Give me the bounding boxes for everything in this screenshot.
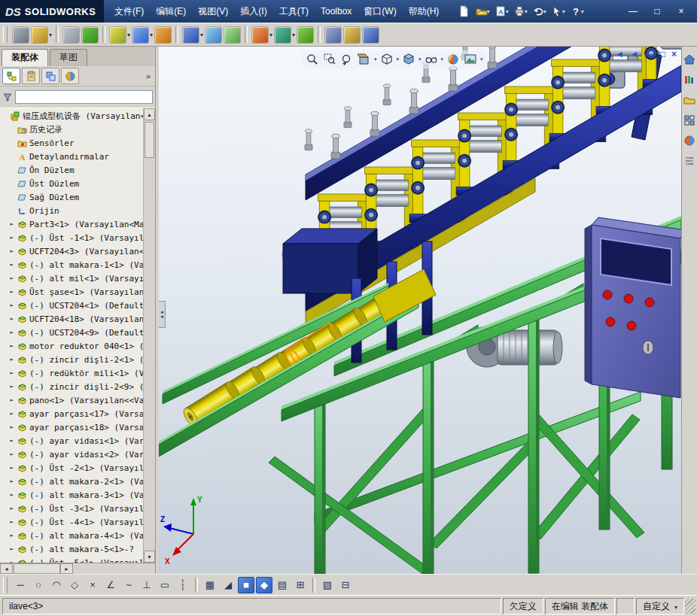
tree-item[interactable]: ►(-) Üst -5<1> (Varsayıla xyxy=(0,556,143,563)
dropdown-arrow-icon[interactable]: ▾ xyxy=(397,56,400,62)
centerline-tool-button[interactable]: ┆ xyxy=(175,577,191,593)
new-document-button[interactable] xyxy=(455,3,472,20)
dropdown-arrow-icon[interactable]: ▾ xyxy=(292,32,295,38)
tree-item[interactable]: ►(-) ayar vidası<1> (Vars xyxy=(0,434,143,448)
resize-grip[interactable] xyxy=(685,599,695,614)
feature-manager-tab[interactable] xyxy=(2,68,20,84)
sketch-fillet-tool-button[interactable]: ∠ xyxy=(102,577,119,593)
graphics-viewport[interactable]: Y Z X ▾▾▾▾▾ ◄◄—□× ◄◄ xyxy=(159,47,681,574)
rotate-component-button[interactable] xyxy=(224,26,241,44)
expand-arrow-icon[interactable]: ► xyxy=(8,235,15,241)
section-view-button[interactable] xyxy=(357,52,372,67)
dropdown-arrow-icon[interactable]: ▾ xyxy=(674,604,677,611)
edit-appearance-button[interactable] xyxy=(446,52,461,67)
new-motion-study-button[interactable] xyxy=(297,26,314,44)
polygon-tool-button[interactable]: ◇ xyxy=(66,577,83,593)
menu-view[interactable]: 视图(V) xyxy=(192,0,234,23)
design-library-button[interactable] xyxy=(683,73,696,86)
tree-item[interactable]: ►(-) zincir dişli-2<9> (V xyxy=(0,380,143,393)
view-orientation-button[interactable] xyxy=(379,52,394,67)
expand-arrow-icon[interactable]: ► xyxy=(8,221,15,227)
expand-arrow-icon[interactable]: ► xyxy=(8,424,15,430)
tree-item[interactable]: ►(-) Üst -4<1> (Varsayıla xyxy=(0,515,143,529)
filter-input[interactable] xyxy=(15,90,153,104)
expand-arrow-icon[interactable]: ► xyxy=(8,357,15,363)
panel-splitter-handle[interactable]: ◄◄ xyxy=(159,301,166,328)
solidworks-resources-button[interactable] xyxy=(683,53,696,66)
tree-item[interactable]: ►(-) alt makara-2<1> (Va xyxy=(0,475,143,488)
interference-detection-button[interactable] xyxy=(324,26,342,44)
expand-arrow-icon[interactable]: ► xyxy=(8,397,15,403)
dropdown-arrow-icon[interactable]: ▾ xyxy=(49,32,52,38)
assembly-features-button[interactable] xyxy=(251,26,269,44)
smart-fasteners-button[interactable] xyxy=(154,26,172,44)
tree-item[interactable]: ADetaylandırmalar xyxy=(0,150,143,163)
previous-window-button[interactable]: ◄ xyxy=(615,49,624,59)
rectangle-tool-button[interactable]: ▭ xyxy=(157,577,173,593)
chassis-box[interactable] xyxy=(283,229,377,293)
tree-item[interactable]: ►(-) alt makara-4<1> (Va xyxy=(0,529,143,542)
help-button[interactable]: ?▾ xyxy=(568,3,585,20)
move-component-button[interactable] xyxy=(205,26,222,44)
tree-item[interactable]: Ön Düzlem xyxy=(0,163,143,177)
tree-item[interactable]: ►(-) Üst -3<1> (Varsayıla xyxy=(0,502,143,515)
dropdown-arrow-icon[interactable]: ▾ xyxy=(525,8,528,15)
tree-item[interactable]: ►(-) Üst -2<1> (Varsayıla xyxy=(0,461,143,475)
appearances-scenes-button[interactable] xyxy=(683,134,696,147)
expand-arrow-icon[interactable]: ► xyxy=(8,438,15,444)
section-display-button[interactable]: ▧ xyxy=(319,577,336,593)
spline-tool-button[interactable]: ~ xyxy=(120,577,137,593)
measure-button[interactable] xyxy=(343,26,361,44)
tree-item[interactable]: ►Üst şase<1> (Varsayılan< xyxy=(0,285,143,299)
tree-item[interactable]: ►ayar parçası<18> (Varsay xyxy=(0,420,143,434)
doc-close-button[interactable]: × xyxy=(671,49,677,59)
dropdown-arrow-icon[interactable]: ▾ xyxy=(581,8,584,15)
scroll-down-icon[interactable]: ▼ xyxy=(144,551,155,563)
dropdown-arrow-icon[interactable]: ▾ xyxy=(150,32,153,38)
doc-minimize-button[interactable]: — xyxy=(645,49,654,59)
menu-help[interactable]: 帮助(H) xyxy=(403,0,446,23)
expand-arrow-icon[interactable]: ► xyxy=(8,262,15,268)
tree-item[interactable]: ►pano<1> (Varsayılan<<Var xyxy=(0,393,143,407)
circle-tool-button[interactable]: ○ xyxy=(30,577,47,593)
close-button[interactable]: × xyxy=(673,5,689,18)
tree-item[interactable]: ►(-) Üst -1<1> (Varsayıla xyxy=(0,231,143,244)
dropdown-arrow-icon[interactable]: ▾ xyxy=(487,8,490,15)
undo-button[interactable]: ▾ xyxy=(531,3,547,20)
property-manager-tab[interactable] xyxy=(22,68,40,84)
dropdown-arrow-icon[interactable]: ▾ xyxy=(374,56,377,62)
tree-item[interactable]: ►Part3<1> (Varsayılan<Mak xyxy=(0,217,143,231)
view-capture-button[interactable] xyxy=(12,26,29,44)
toolbar-grip[interactable] xyxy=(3,577,8,593)
hide-show-items-button[interactable] xyxy=(424,52,439,67)
dropdown-arrow-icon[interactable]: ▾ xyxy=(127,32,130,38)
tree-item[interactable]: ►(-) redüktör mili<1> (V: xyxy=(0,366,143,380)
expand-arrow-icon[interactable]: ► xyxy=(8,275,15,281)
component-preview-button[interactable] xyxy=(81,26,99,44)
tree-item[interactable]: 历史记录 xyxy=(0,123,143,136)
expand-chevron-icon[interactable]: » xyxy=(146,71,151,80)
tree-item[interactable]: Üst Düzlem xyxy=(0,177,143,190)
expand-arrow-icon[interactable]: ► xyxy=(8,560,15,563)
expand-arrow-icon[interactable]: ► xyxy=(8,451,15,457)
tree-item[interactable]: ►(-) ayar vidası<2> (Vars xyxy=(0,448,143,461)
tree-item[interactable]: ►motor reduktor 040<1> ( xyxy=(0,339,143,353)
custom-properties-button[interactable] xyxy=(683,154,696,168)
zoom-fit-button[interactable] xyxy=(305,52,320,67)
expand-arrow-icon[interactable]: ► xyxy=(8,370,15,376)
select-button[interactable]: ▾ xyxy=(549,3,566,20)
tab-assembly[interactable]: 装配体 xyxy=(2,49,48,66)
wireframe-display-button[interactable]: ⊞ xyxy=(292,577,309,593)
perpendicular-tool-button[interactable]: ⊥ xyxy=(138,577,155,593)
menu-file[interactable]: 文件(F) xyxy=(108,0,150,23)
tree-vertical-scrollbar[interactable]: ▲ ▼ xyxy=(143,108,155,563)
menu-window[interactable]: 窗口(W) xyxy=(358,0,402,23)
tree-item[interactable]: Sağ Düzlem xyxy=(0,190,143,204)
status-custom[interactable]: 自定义▾ xyxy=(636,598,684,614)
shaded-display-button[interactable]: ■ xyxy=(238,577,254,593)
mass-properties-button[interactable] xyxy=(362,26,379,44)
reference-geometry-button[interactable] xyxy=(274,26,291,44)
3d-model-canvas[interactable]: Y Z X xyxy=(159,47,681,574)
dropdown-arrow-icon[interactable]: ▾ xyxy=(200,32,203,38)
configuration-manager-tab[interactable] xyxy=(41,68,59,84)
